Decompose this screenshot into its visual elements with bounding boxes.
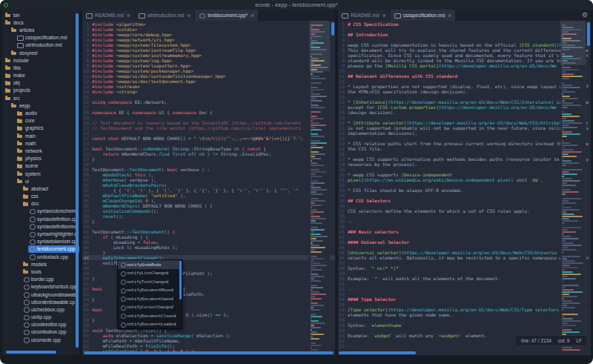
center-editor[interactable]: 1#include <algorithm>2#include <cstdio>3… (82, 21, 335, 355)
tree-item-syntaxdefinition.cp[interactable]: syntaxdefinition.cp (2, 215, 79, 222)
tree-item-syntaxcolorscheme[interactable]: syntaxcolorscheme (2, 208, 79, 215)
tree-item-physics[interactable]: physics (2, 155, 79, 162)
status-eol[interactable]: LF (576, 338, 582, 343)
tree-item-syntaxtokenizer.cp[interactable]: syntaxtokenizer.cp (2, 238, 79, 245)
tree-item-label: syntaxdefinition.cp (37, 216, 76, 222)
completion-item-notifyCursorChanged[interactable]: notifyCursorChanged (118, 303, 182, 312)
tree-item-uicombobox.cpp[interactable]: uicombobox.cpp (2, 328, 79, 336)
tab-label: README.md (95, 13, 124, 18)
completion-item-notifyDocumentMoved[interactable]: notifyDocumentMoved (118, 286, 182, 295)
tree-item-abstract[interactable]: abstract (2, 185, 79, 192)
tree-item-projects[interactable]: projects (2, 87, 79, 94)
code-area-cssspecification[interactable]: 1# CSS Specification23## Introduction45e… (338, 21, 591, 348)
sidebar-vertical-scrollbar[interactable] (76, 13, 79, 348)
tree-item-doc[interactable]: doc (2, 200, 79, 208)
cpp-file-icon (29, 216, 36, 222)
tree-item-network[interactable]: network (2, 147, 79, 154)
tree-item-label: make (13, 73, 25, 78)
tab-README.md[interactable]: README.md⊗ (82, 10, 134, 21)
completion-item-notifyLineChanged[interactable]: notifyLineChanged (118, 269, 182, 278)
right-horizontal-scrollbar[interactable] (339, 351, 416, 354)
tree-item-uiintroduction.md[interactable]: uiintroduction.md (2, 42, 79, 49)
tree-item-main[interactable]: main (2, 132, 79, 139)
folder-icon (11, 50, 18, 56)
tree-item-math[interactable]: math (2, 139, 79, 147)
folder-icon (23, 185, 30, 191)
folder-icon (17, 156, 24, 162)
tree-item-uicodeeditor.cpp[interactable]: uicodeeditor.cpp (2, 321, 79, 328)
tree-item-include[interactable]: include (2, 56, 79, 64)
tree-item-label: network (25, 148, 42, 153)
minimap[interactable] (309, 21, 330, 351)
tree-item-label: projects (13, 87, 30, 93)
tree-item-label: articles (19, 27, 35, 33)
tab-README.md[interactable]: README.md⊗ (338, 10, 390, 21)
tree-item-src[interactable]: src (2, 94, 79, 102)
tree-item-models[interactable]: models (2, 260, 79, 268)
tree-item-uiconsole.cpp[interactable]: uiconsole.cpp (2, 336, 79, 343)
completion-item-notifyTextChanged[interactable]: notifyTextChanged (118, 277, 182, 286)
status-col: col: 9 (558, 338, 570, 343)
tab-close-icon[interactable]: ⊗ (251, 13, 254, 18)
popup-scrollbar[interactable] (179, 261, 182, 300)
tab-close-icon[interactable]: ⊗ (448, 13, 451, 18)
tab-textdocument.cpp*[interactable]: textdocument.cpp*⊗ (195, 10, 258, 21)
tab-close-icon[interactable]: ⊗ (187, 13, 191, 18)
tree-item-eepp[interactable]: eepp (2, 102, 79, 109)
tree-item-uicheckbox.cpp[interactable]: uicheckbox.cpp (2, 305, 79, 313)
tree-item-cssspecification.md[interactable]: cssspecification.md (2, 34, 79, 42)
tree-item-syntaxhighlighter.c[interactable]: syntaxhighlighter.c (2, 230, 79, 237)
minimap-viewport[interactable] (309, 21, 330, 71)
minimap-viewport[interactable] (560, 21, 586, 65)
tree-item-libs[interactable]: libs (2, 64, 79, 71)
completion-item-notifyDocumentClosed[interactable]: notifyDocumentClosed (118, 311, 182, 320)
folder-icon (17, 178, 24, 184)
tree-item-border.cpp[interactable]: border.cpp (2, 276, 79, 283)
completion-item-notifyDocumentSaved[interactable]: notifyDocumentSaved (118, 294, 182, 303)
tree-item-css[interactable]: css (2, 193, 79, 200)
sidebar-horizontal-scrollbar[interactable] (6, 351, 56, 354)
tree-item-tools[interactable]: tools (2, 268, 79, 275)
right-editor[interactable]: 1# CSS Specification23## Introduction45e… (338, 21, 591, 355)
center-horizontal-scrollbar[interactable] (84, 351, 334, 354)
tree-item-doxyrest[interactable]: doxyrest (2, 49, 79, 56)
tree-item-label: uicheckbox.cpp (31, 307, 64, 312)
tab-close-icon[interactable]: ⊗ (127, 13, 130, 18)
tree-item-undostack.cpp[interactable]: undostack.cpp (2, 253, 79, 260)
folder-icon (5, 19, 12, 25)
md-file-icon (342, 13, 348, 19)
tree-item-keyboardshortcut.cpp[interactable]: keyboardshortcut.cpp (2, 283, 79, 291)
tree-item-audio[interactable]: audio (2, 109, 79, 116)
tree-item-ui[interactable]: ui (2, 177, 79, 185)
right-vertical-scrollbar[interactable] (587, 22, 590, 46)
tree-item-syntaxdefinitionma[interactable]: syntaxdefinitionma (2, 222, 79, 230)
completion-item-notifyDocumentLoaded[interactable]: notifyDocumentLoaded (118, 320, 182, 329)
tree-item-uiclip.cpp[interactable]: uiclip.cpp (2, 314, 79, 321)
completion-item-notifyUndoRedo[interactable]: notifyUndoRedo (118, 260, 182, 269)
tree-item-articles[interactable]: articles (2, 26, 79, 33)
folder-icon (5, 73, 12, 79)
tree-item-bin[interactable]: bin (2, 11, 79, 19)
center-vertical-scrollbar[interactable] (331, 22, 334, 36)
cpp-file-icon (23, 291, 30, 297)
tree-item-textdocument.cpp[interactable]: textdocument.cpp (2, 245, 79, 253)
tree-item-docs[interactable]: docs (2, 19, 79, 26)
tree-item-system[interactable]: system (2, 170, 79, 177)
tree-item-uiborderdrawable.cp[interactable]: uiborderdrawable.cp (2, 298, 79, 305)
tree-item-uibackgrounddrawab[interactable]: uibackgrounddrawab (2, 291, 79, 298)
tree-item-make[interactable]: make (2, 72, 79, 79)
tree-item-label: cssspecification.md (25, 35, 67, 40)
tab-cssspecification.md[interactable]: cssspecification.md⊗ (391, 10, 455, 21)
tree-item-graphics[interactable]: graphics (2, 125, 79, 132)
tree-item-core[interactable]: core (2, 117, 79, 125)
tree-item-label: border.cpp (31, 277, 54, 282)
settings-gear-icon[interactable]: ⚙ (582, 11, 588, 19)
tree-item-scene[interactable]: scene (2, 162, 79, 170)
cursor-position-status: line: 47 / 2134 col: 9 LF (515, 335, 588, 346)
tab-close-icon[interactable]: ⊗ (382, 13, 386, 18)
title-bar[interactable]: ecode - eepp - textdocument.cpp* (0, 0, 593, 10)
minimap[interactable] (560, 21, 586, 351)
tree-item-obj[interactable]: obj (2, 79, 79, 87)
status-line: line: 47 / 2134 (521, 338, 551, 343)
tab-uiintroduction.md[interactable]: uiintroduction.md⊗ (135, 10, 195, 21)
